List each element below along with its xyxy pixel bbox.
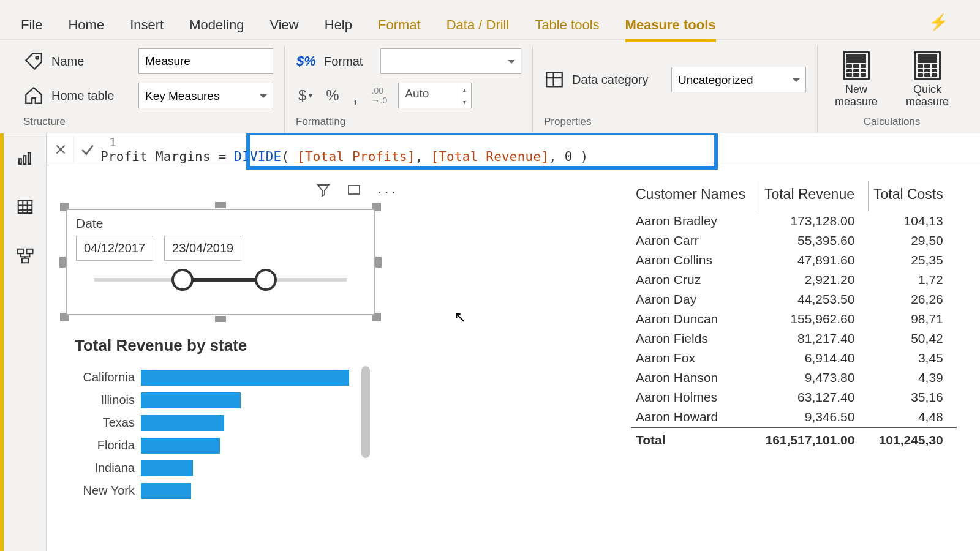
bar-fill[interactable]: [141, 438, 220, 454]
table-row[interactable]: Aaron Cruz2,921.201,72: [631, 270, 957, 290]
table-row[interactable]: Aaron Fields81,217.4050,42: [631, 329, 957, 348]
percent-button[interactable]: %: [323, 85, 341, 106]
slicer-range-track[interactable]: [94, 278, 347, 282]
home-table-select[interactable]: Key Measures: [138, 83, 273, 108]
ribbon-group-structure: Name Home table Key Measures Structure: [12, 46, 285, 133]
date-slicer-visual[interactable]: Date 04/12/2017 23/04/2019: [61, 204, 380, 320]
formula-bar: 1 Profit Margins = DIVIDE( [Total Profit…: [47, 133, 980, 165]
resize-handle[interactable]: [215, 202, 226, 208]
tag-icon: [23, 51, 44, 72]
menu-format[interactable]: Format: [378, 17, 421, 39]
bar-label: New York: [61, 484, 141, 498]
new-measure-button[interactable]: New measure: [829, 51, 884, 108]
decimals-spinner[interactable]: Auto ▴▾: [398, 83, 472, 108]
menu-modeling[interactable]: Modeling: [189, 17, 244, 39]
svg-point-0: [36, 56, 39, 59]
currency-button[interactable]: $▾: [296, 85, 315, 106]
quick-measure-button[interactable]: ⚡ Quick measure: [900, 51, 955, 108]
bolt-icon: ⚡: [929, 13, 948, 32]
calculator-icon: [843, 51, 870, 80]
svg-rect-1: [546, 73, 562, 87]
menu-view[interactable]: View: [270, 17, 298, 39]
table-row[interactable]: Aaron Duncan155,962.6098,71: [631, 309, 957, 329]
data-category-icon: [544, 69, 565, 90]
table-header[interactable]: Total Costs: [868, 181, 956, 211]
name-input[interactable]: [138, 48, 273, 74]
ribbon-label-properties: Properties: [544, 113, 806, 133]
bar-row: California: [61, 366, 349, 389]
data-view-icon[interactable]: [14, 196, 36, 218]
bar-chart[interactable]: CaliforniaIllinoisTexasFloridaIndianaNew…: [61, 366, 355, 502]
report-view-icon[interactable]: [14, 147, 36, 169]
table-total-row: Total161,517,101.00101,245,30: [631, 427, 957, 450]
table-row[interactable]: Aaron Collins47,891.6025,35: [631, 250, 957, 270]
format-label: Format: [324, 54, 373, 69]
menu-file[interactable]: File: [21, 17, 42, 39]
ribbon-group-calculations: New measure ⚡ Quick measure Calculations: [818, 46, 966, 133]
data-category-label: Data category: [572, 73, 664, 87]
chart-title: Total Revenue by state: [75, 336, 404, 355]
bar-row: New York: [61, 479, 349, 502]
table-row[interactable]: Aaron Holmes63,127.4035,16: [631, 388, 957, 407]
table-row[interactable]: Aaron Howard9,346.504,48: [631, 407, 957, 427]
home-table-label: Home table: [51, 89, 131, 103]
range-thumb-start[interactable]: [172, 269, 194, 291]
menu-insert[interactable]: Insert: [130, 17, 164, 39]
ribbon-group-formatting: $% Format $▾ % , .00→.0 Auto ▴▾ Formatti…: [285, 46, 533, 133]
bar-fill[interactable]: [141, 483, 191, 499]
table-row[interactable]: Aaron Carr55,395.6029,50: [631, 231, 957, 250]
bar-label: Florida: [61, 438, 141, 452]
bar-fill[interactable]: [141, 370, 349, 386]
svg-rect-5: [18, 201, 32, 213]
svg-rect-2: [19, 159, 21, 164]
bar-fill[interactable]: [141, 415, 224, 431]
decimals-icon[interactable]: .00→.0: [369, 85, 390, 106]
bar-row: Florida: [61, 434, 349, 457]
format-select[interactable]: [380, 48, 521, 74]
slicer-start-date[interactable]: 04/12/2017: [76, 236, 153, 261]
bar-fill[interactable]: [141, 392, 241, 408]
svg-rect-7: [26, 249, 32, 254]
resize-handle[interactable]: [59, 257, 66, 268]
table-row[interactable]: Aaron Day44,253.5026,26: [631, 290, 957, 309]
resize-handle[interactable]: [375, 257, 382, 268]
ribbon-label-structure: Structure: [23, 113, 273, 133]
svg-rect-9: [349, 186, 360, 194]
comma-button[interactable]: ,: [350, 85, 361, 106]
menu-table-tools[interactable]: Table tools: [535, 17, 599, 39]
svg-rect-4: [28, 152, 31, 164]
formula-input[interactable]: Profit Margins = DIVIDE( [Total Profits]…: [100, 149, 980, 164]
cancel-formula-button[interactable]: [47, 136, 74, 163]
resize-handle[interactable]: [215, 316, 226, 322]
focus-mode-icon[interactable]: [347, 182, 361, 201]
ribbon-label-calculations: Calculations: [864, 113, 921, 133]
formula-line-number: 1: [100, 135, 121, 149]
slicer-end-date[interactable]: 23/04/2019: [164, 236, 241, 261]
table-row[interactable]: Aaron Fox6,914.403,45: [631, 348, 957, 368]
bar-fill[interactable]: [141, 460, 193, 476]
ribbon-label-formatting: Formatting: [296, 113, 521, 133]
data-table-visual[interactable]: Customer NamesTotal RevenueTotal Costs A…: [631, 180, 957, 502]
filter-icon[interactable]: [316, 182, 331, 201]
table-header[interactable]: Total Revenue: [759, 181, 868, 211]
model-view-icon[interactable]: [14, 245, 36, 267]
chart-scrollbar[interactable]: [361, 366, 370, 458]
table-row[interactable]: Aaron Hanson9,473.804,39: [631, 368, 957, 388]
svg-rect-3: [23, 156, 26, 164]
format-icon: $%: [296, 51, 317, 72]
data-category-select[interactable]: Uncategorized: [671, 67, 806, 92]
table-row[interactable]: Aaron Bradley173,128.00104,13: [631, 211, 957, 231]
menu-bar: FileHomeInsertModelingViewHelpFormatData…: [0, 0, 980, 39]
cursor-icon: ↖: [454, 309, 466, 326]
ribbon-group-properties: Data category Uncategorized Properties: [533, 46, 818, 133]
visual-header: ···: [61, 180, 404, 204]
menu-help[interactable]: Help: [325, 17, 352, 39]
commit-formula-button[interactable]: [74, 136, 100, 163]
more-options-icon[interactable]: ···: [377, 182, 398, 201]
range-thumb-end[interactable]: [255, 269, 277, 291]
bar-label: Texas: [61, 416, 141, 430]
menu-home[interactable]: Home: [68, 17, 104, 39]
menu-measure-tools[interactable]: Measure tools: [625, 17, 716, 42]
table-header[interactable]: Customer Names: [631, 181, 759, 211]
menu-data-drill[interactable]: Data / Drill: [447, 17, 510, 39]
